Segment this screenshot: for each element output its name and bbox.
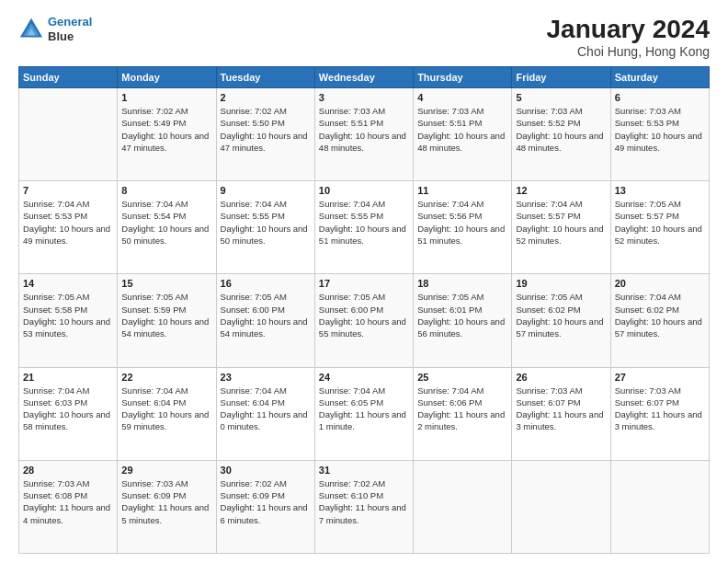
sunrise-text: Sunrise: 7:05 AM: [23, 291, 113, 303]
sunset-text: Sunset: 6:02 PM: [516, 304, 606, 316]
table-row: [19, 88, 118, 181]
sunset-text: Sunset: 6:09 PM: [221, 489, 311, 501]
table-row: 29 Sunrise: 7:03 AM Sunset: 6:09 PM Dayl…: [118, 460, 216, 553]
day-number: 26: [516, 372, 606, 383]
calendar-body: 1 Sunrise: 7:02 AM Sunset: 5:49 PM Dayli…: [19, 88, 710, 554]
day-number: 28: [23, 465, 113, 476]
table-row: 26 Sunrise: 7:03 AM Sunset: 6:07 PM Dayl…: [512, 367, 610, 460]
day-number: 24: [319, 372, 409, 383]
sunset-text: Sunset: 6:02 PM: [615, 304, 705, 316]
sunset-text: Sunset: 6:04 PM: [221, 396, 311, 408]
day-info: Sunrise: 7:05 AM Sunset: 5:59 PM Dayligh…: [121, 291, 211, 339]
sunset-text: Sunset: 6:01 PM: [417, 304, 507, 316]
sunrise-text: Sunrise: 7:02 AM: [221, 477, 311, 489]
day-info: Sunrise: 7:03 AM Sunset: 5:53 PM Dayligh…: [615, 105, 705, 154]
day-info: Sunrise: 7:02 AM Sunset: 5:49 PM Dayligh…: [121, 105, 211, 154]
daylight-text: Daylight: 11 hours and 7 minutes.: [319, 501, 409, 526]
day-number: 8: [121, 185, 211, 196]
daylight-text: Daylight: 10 hours and 54 minutes.: [121, 316, 211, 340]
daylight-text: Daylight: 10 hours and 55 minutes.: [319, 316, 409, 340]
daylight-text: Daylight: 10 hours and 56 minutes.: [417, 316, 507, 340]
sunrise-text: Sunrise: 7:02 AM: [121, 105, 211, 117]
table-row: 27 Sunrise: 7:03 AM Sunset: 6:07 PM Dayl…: [610, 367, 709, 460]
day-info: Sunrise: 7:03 AM Sunset: 6:07 PM Dayligh…: [615, 385, 705, 433]
daylight-text: Daylight: 11 hours and 0 minutes.: [221, 408, 311, 433]
day-number: 12: [516, 185, 606, 196]
sunrise-text: Sunrise: 7:04 AM: [121, 198, 211, 210]
day-number: 25: [417, 372, 507, 383]
day-info: Sunrise: 7:02 AM Sunset: 6:09 PM Dayligh…: [221, 477, 311, 526]
day-number: 14: [23, 278, 113, 289]
sunrise-text: Sunrise: 7:04 AM: [23, 385, 113, 396]
calendar-subtitle: Choi Hung, Hong Kong: [547, 44, 710, 59]
day-info: Sunrise: 7:05 AM Sunset: 5:57 PM Dayligh…: [615, 198, 705, 247]
sunrise-text: Sunrise: 7:03 AM: [121, 477, 211, 489]
calendar-week-0: 1 Sunrise: 7:02 AM Sunset: 5:49 PM Dayli…: [19, 88, 710, 181]
day-number: 29: [121, 465, 211, 476]
day-number: 4: [417, 92, 507, 103]
daylight-text: Daylight: 10 hours and 57 minutes.: [615, 316, 705, 340]
day-info: Sunrise: 7:05 AM Sunset: 5:58 PM Dayligh…: [23, 291, 113, 339]
day-info: Sunrise: 7:03 AM Sunset: 6:09 PM Dayligh…: [121, 477, 211, 526]
sunrise-text: Sunrise: 7:02 AM: [319, 477, 409, 489]
table-row: 23 Sunrise: 7:04 AM Sunset: 6:04 PM Dayl…: [216, 367, 314, 460]
day-info: Sunrise: 7:02 AM Sunset: 5:50 PM Dayligh…: [221, 105, 311, 154]
table-row: 9 Sunrise: 7:04 AM Sunset: 5:55 PM Dayli…: [216, 181, 314, 274]
daylight-text: Daylight: 11 hours and 3 minutes.: [516, 408, 606, 433]
sunrise-text: Sunrise: 7:04 AM: [417, 385, 507, 396]
daylight-text: Daylight: 10 hours and 49 minutes.: [23, 223, 113, 247]
day-info: Sunrise: 7:03 AM Sunset: 5:51 PM Dayligh…: [417, 105, 507, 154]
sunrise-text: Sunrise: 7:05 AM: [121, 291, 211, 303]
sunset-text: Sunset: 5:53 PM: [23, 210, 113, 222]
sunset-text: Sunset: 6:00 PM: [221, 304, 311, 316]
day-info: Sunrise: 7:04 AM Sunset: 6:06 PM Dayligh…: [417, 385, 507, 433]
table-row: 4 Sunrise: 7:03 AM Sunset: 5:51 PM Dayli…: [414, 88, 512, 181]
day-number: 3: [319, 92, 409, 103]
table-row: 7 Sunrise: 7:04 AM Sunset: 5:53 PM Dayli…: [19, 181, 118, 274]
day-number: 6: [615, 92, 705, 103]
sunset-text: Sunset: 5:49 PM: [121, 117, 211, 129]
calendar-week-1: 7 Sunrise: 7:04 AM Sunset: 5:53 PM Dayli…: [19, 181, 710, 274]
calendar-week-2: 14 Sunrise: 7:05 AM Sunset: 5:58 PM Dayl…: [19, 274, 710, 367]
day-info: Sunrise: 7:04 AM Sunset: 6:04 PM Dayligh…: [221, 385, 311, 433]
day-number: 5: [516, 92, 606, 103]
daylight-text: Daylight: 10 hours and 58 minutes.: [23, 408, 113, 433]
table-row: 22 Sunrise: 7:04 AM Sunset: 6:04 PM Dayl…: [118, 367, 216, 460]
day-info: Sunrise: 7:03 AM Sunset: 6:07 PM Dayligh…: [516, 385, 606, 433]
sunset-text: Sunset: 5:53 PM: [615, 117, 705, 129]
col-thursday: Thursday: [414, 67, 512, 88]
calendar-week-3: 21 Sunrise: 7:04 AM Sunset: 6:03 PM Dayl…: [19, 367, 710, 460]
calendar-table: Sunday Monday Tuesday Wednesday Thursday…: [18, 66, 710, 554]
sunset-text: Sunset: 5:51 PM: [417, 117, 507, 129]
day-number: 15: [121, 278, 211, 289]
table-row: 13 Sunrise: 7:05 AM Sunset: 5:57 PM Dayl…: [610, 181, 709, 274]
sunset-text: Sunset: 5:55 PM: [319, 210, 409, 222]
logo-line1: General: [48, 15, 92, 29]
sunrise-text: Sunrise: 7:04 AM: [319, 198, 409, 210]
col-saturday: Saturday: [610, 67, 709, 88]
day-number: 2: [221, 92, 311, 103]
daylight-text: Daylight: 10 hours and 51 minutes.: [319, 223, 409, 247]
table-row: 25 Sunrise: 7:04 AM Sunset: 6:06 PM Dayl…: [414, 367, 512, 460]
logo: General Blue: [18, 15, 92, 43]
day-info: Sunrise: 7:04 AM Sunset: 5:55 PM Dayligh…: [319, 198, 409, 247]
table-row: 31 Sunrise: 7:02 AM Sunset: 6:10 PM Dayl…: [314, 460, 413, 553]
table-row: 16 Sunrise: 7:05 AM Sunset: 6:00 PM Dayl…: [216, 274, 314, 367]
sunrise-text: Sunrise: 7:03 AM: [516, 105, 606, 117]
sunset-text: Sunset: 5:59 PM: [121, 304, 211, 316]
sunrise-text: Sunrise: 7:04 AM: [516, 198, 606, 210]
daylight-text: Daylight: 10 hours and 48 minutes.: [319, 130, 409, 155]
sunset-text: Sunset: 5:56 PM: [417, 210, 507, 222]
sunset-text: Sunset: 6:06 PM: [417, 396, 507, 408]
sunset-text: Sunset: 5:57 PM: [516, 210, 606, 222]
sunset-text: Sunset: 6:04 PM: [121, 396, 211, 408]
sunrise-text: Sunrise: 7:04 AM: [23, 198, 113, 210]
table-row: 18 Sunrise: 7:05 AM Sunset: 6:01 PM Dayl…: [414, 274, 512, 367]
daylight-text: Daylight: 11 hours and 1 minute.: [319, 408, 409, 433]
sunset-text: Sunset: 5:58 PM: [23, 304, 113, 316]
daylight-text: Daylight: 10 hours and 59 minutes.: [121, 408, 211, 433]
sunrise-text: Sunrise: 7:03 AM: [417, 105, 507, 117]
sunrise-text: Sunrise: 7:04 AM: [221, 198, 311, 210]
day-number: 27: [615, 372, 705, 383]
day-number: 20: [615, 278, 705, 289]
